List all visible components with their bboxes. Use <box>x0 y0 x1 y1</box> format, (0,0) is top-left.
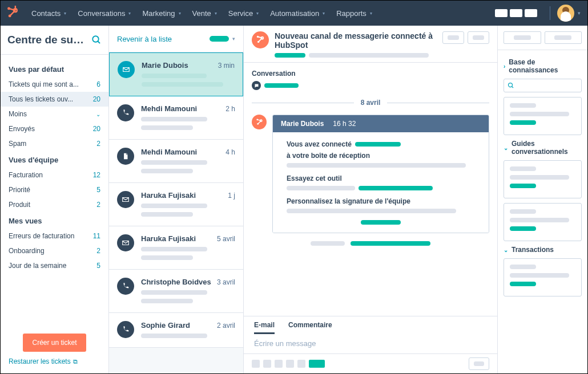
thread-title: Nouveau canal de messagerie connecté à H… <box>275 31 437 50</box>
mail-icon <box>117 191 134 208</box>
right-panel-card[interactable] <box>504 160 582 198</box>
header-action-button[interactable] <box>442 31 464 44</box>
hubspot-avatar-icon <box>252 31 269 48</box>
svg-point-5 <box>7 7 10 10</box>
toolbar-button[interactable] <box>252 360 260 368</box>
svg-line-22 <box>512 87 514 88</box>
nav-pill[interactable] <box>525 9 537 17</box>
toolbar-button[interactable] <box>286 360 294 368</box>
nav-items: Contacts▾ Conversations▾ Marketing▾ Vent… <box>27 6 377 21</box>
restore-tickets-link[interactable]: Restaurer les tickets⧉ <box>9 357 100 365</box>
conversation-label: Conversation <box>252 70 489 78</box>
sidebar-title: Centre de sup… <box>7 34 88 46</box>
send-button[interactable] <box>469 357 489 370</box>
conversation-item[interactable]: Christophe Boidves3 avril <box>109 270 243 313</box>
toolbar-button[interactable] <box>275 360 283 368</box>
right-panel-tab[interactable] <box>545 31 582 44</box>
chat-icon <box>252 81 261 90</box>
nav-service[interactable]: Service▾ <box>224 6 263 21</box>
chevron-down-icon: ▾ <box>179 11 181 16</box>
sidebar-header: Centre de sup… <box>1 26 108 55</box>
mail-icon <box>117 234 134 251</box>
document-icon <box>117 148 134 165</box>
sidebar-group-title: Vues d'équipe <box>1 151 108 168</box>
hubspot-avatar-icon <box>252 115 267 129</box>
kb-search[interactable] <box>504 79 582 92</box>
chevron-down-icon: ⌄ <box>504 247 508 253</box>
section-guides[interactable]: ⌄Guides conversationnels <box>504 140 582 156</box>
chevron-down-icon: ⌄ <box>504 145 508 151</box>
conversation-item[interactable]: Sophie Girard2 avril <box>109 313 243 348</box>
conversation-list: Revenir à la liste ▾ Marie Dubois3 min M… <box>109 26 244 373</box>
top-nav: Contacts▾ Conversations▾ Marketing▾ Vent… <box>1 1 587 26</box>
create-ticket-button[interactable]: Créer un ticket <box>23 334 86 352</box>
nav-automatisation[interactable]: Automatisation▾ <box>265 6 329 21</box>
back-to-list-link[interactable]: Revenir à la liste <box>117 35 210 43</box>
chevron-down-icon: ▾ <box>64 11 66 16</box>
avatar <box>557 5 574 22</box>
conversation-item[interactable]: Marie Dubois3 min <box>109 52 243 97</box>
svg-point-21 <box>509 83 513 87</box>
right-panel-card[interactable] <box>504 97 582 135</box>
sidebar-group-title: Mes vues <box>1 212 108 229</box>
conv-list-header: Revenir à la liste ▾ <box>109 26 243 52</box>
status-filter[interactable]: ▾ <box>210 36 235 42</box>
conversation-item[interactable]: Haruka Fujisaki5 avril <box>109 226 243 270</box>
section-transactions[interactable]: ⌄Transactions <box>504 246 582 254</box>
nav-marketing[interactable]: Marketing▾ <box>138 6 185 21</box>
sidebar-item[interactable]: Tickets qui me sont a...6 <box>1 77 108 92</box>
search-icon[interactable] <box>91 35 102 45</box>
nav-contacts[interactable]: Contacts▾ <box>27 6 71 21</box>
toolbar-button[interactable] <box>297 360 305 368</box>
phone-icon <box>117 278 134 295</box>
toolbar-button[interactable] <box>309 360 325 368</box>
sidebar-item[interactable]: Envoyés20 <box>1 121 108 136</box>
composer-toolbar <box>244 353 497 373</box>
account-menu[interactable]: ▾ <box>557 5 581 22</box>
composer: E-mail Commentaire Écrire un message <box>244 316 497 373</box>
header-action-button[interactable] <box>468 31 489 44</box>
date-separator: 8 avril <box>252 98 489 107</box>
sidebar-item[interactable]: Facturation12 <box>1 168 108 182</box>
nav-pill[interactable] <box>495 9 508 17</box>
divider <box>550 6 550 20</box>
content-header: Nouveau canal de messagerie connecté à H… <box>244 26 497 63</box>
tab-email[interactable]: E-mail <box>254 321 275 334</box>
svg-point-18 <box>257 123 259 124</box>
composer-input[interactable]: Écrire un message <box>244 334 497 353</box>
chevron-down-icon: ▾ <box>578 10 581 16</box>
conversation-item[interactable]: Haruka Fujisaki1 j <box>109 183 243 226</box>
nav-rapports[interactable]: Rapports▾ <box>332 6 377 21</box>
nav-pill[interactable] <box>510 9 522 17</box>
svg-point-3 <box>9 14 11 17</box>
nav-utility-buttons <box>495 9 537 17</box>
sidebar-item[interactable]: Spam2 <box>1 136 108 151</box>
chevron-down-icon: ▾ <box>128 11 131 16</box>
chevron-right-icon: › <box>504 63 505 70</box>
section-knowledge-base[interactable]: ›Base de connaissances <box>504 58 582 74</box>
sidebar-group-title: Vues par défaut <box>1 60 108 77</box>
sidebar-item[interactable]: Jour de la semaine5 <box>1 258 108 273</box>
right-panel: ›Base de connaissances ⌄Guides conversat… <box>498 26 587 373</box>
sidebar-item[interactable]: Tous les tickets ouv...20 <box>1 92 108 107</box>
mail-icon <box>118 61 135 78</box>
svg-point-20 <box>256 119 258 120</box>
right-panel-card[interactable] <box>504 258 582 296</box>
sidebar-item[interactable]: Produit2 <box>1 197 108 212</box>
tab-comment[interactable]: Commentaire <box>288 321 332 334</box>
right-panel-card[interactable] <box>504 203 582 241</box>
svg-point-12 <box>257 41 259 43</box>
conversation-item[interactable]: Mehdi Mamouni2 h <box>109 96 243 140</box>
sidebar-item[interactable]: Onboarding2 <box>1 243 108 258</box>
toolbar-button[interactable] <box>263 360 271 368</box>
conversation-item[interactable]: Mehdi Mamouni4 h <box>109 140 243 183</box>
sidebar: Centre de sup… Vues par défaut Tickets q… <box>1 26 109 373</box>
chevron-down-icon: ⌄ <box>96 111 100 117</box>
nav-conversations[interactable]: Conversations▾ <box>73 6 135 21</box>
hubspot-logo[interactable] <box>4 5 21 22</box>
sidebar-item[interactable]: Priorité5 <box>1 182 108 197</box>
sidebar-item-collapse[interactable]: Moins⌄ <box>1 107 108 121</box>
right-panel-tab[interactable] <box>504 31 541 44</box>
sidebar-item[interactable]: Erreurs de facturation11 <box>1 229 108 243</box>
nav-vente[interactable]: Vente▾ <box>188 6 221 21</box>
